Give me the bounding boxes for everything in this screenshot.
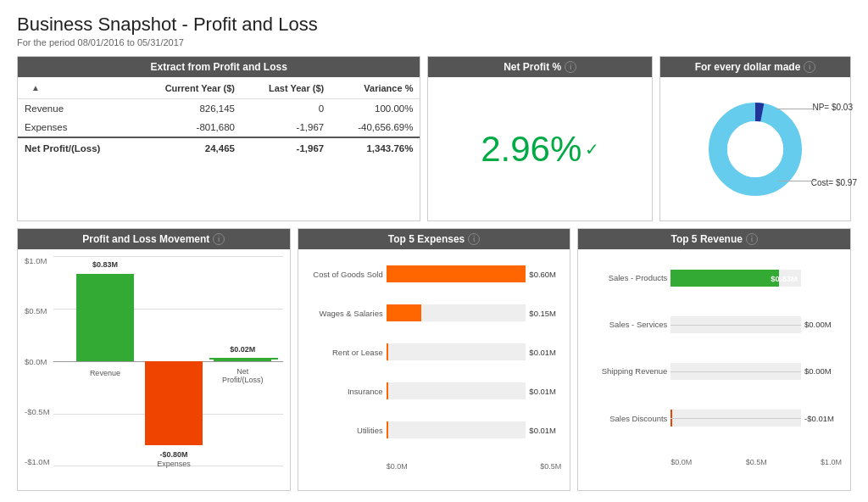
expense-value-4: $0.01M [529,387,561,396]
top5-expenses-card: Top 5 Expenses i Cost of Goods Sold $0.6… [298,228,571,491]
expense-row: Utilities $0.01M [307,421,562,438]
row-current-revenue: 826,145 [134,99,242,119]
expense-row: Cost of Goods Sold $0.60M [307,265,562,282]
net-profit-header: Net Profit % i [428,57,652,77]
expense-value-5: $0.01M [529,426,561,435]
revenue-bar-fill-1: $0.83M [670,270,779,287]
expense-bar-track-4 [387,382,526,399]
expense-row: Insurance $0.01M [307,382,562,399]
dollar-info-icon[interactable]: i [804,61,815,73]
revenue-label-1: Sales - Products [587,273,667,282]
revenue-label-3: Shipping Revenue [587,366,667,376]
page-subtitle: For the period 08/01/2016 to 05/31/2017 [17,37,851,47]
expense-bar-fill-2 [387,304,421,321]
top5-expenses-header: Top 5 Expenses i [298,229,570,249]
revenue-value-2: $0.00M [804,320,842,329]
top5-revenue-header: Top 5 Revenue i [578,229,850,249]
sort-arrow[interactable]: ▲ [25,81,47,95]
row-label-net: Net Profit/(Loss) [18,137,134,158]
revenue-row: Sales - Services $0.00M [587,316,842,333]
table-row: Expenses -801,680 -1,967 -40,656.69% [18,118,420,137]
expense-label-2: Wages & Salaries [307,309,383,318]
revenue-bar-track-2 [670,316,801,333]
pl-movement-body: $1.0M $0.5M $0.0M -$0.5M -$1.0M $0.83M [18,249,290,485]
bar-revenue: $0.83M [76,274,134,361]
expense-label-5: Utilities [307,426,383,435]
pl-movement-info-icon[interactable]: i [213,233,225,245]
table-row-net: Net Profit/(Loss) 24,465 -1,967 1,343.76… [18,137,420,158]
top5-revenue-info-icon[interactable]: i [746,233,758,245]
extract-card: Extract from Profit and Loss ▲ Current Y… [17,56,420,221]
col-current: Current Year ($) [134,77,242,99]
row-current-net: 24,465 [134,137,242,158]
y-label-0m: $0.0M [25,357,50,366]
bar-expenses: -$0.80M Expenses [145,361,203,445]
bar-revenue-label: $0.83M [92,260,118,269]
pl-bars-container: $0.83M Revenue -$0.80M Expenses $0.02M N… [53,256,283,466]
row-variance-revenue: 100.00% [331,99,420,119]
expense-row: Wages & Salaries $0.15M [307,304,562,321]
expense-bar-fill-4 [387,382,389,399]
row-variance-expenses: -40,656.69% [331,118,420,137]
revenue-chart: Sales - Products $0.83M Sales - Services… [578,249,850,485]
net-profit-body: 2.96% ✓ [428,77,652,220]
revenue-bar-track-4 [670,410,801,427]
expense-value-3: $0.01M [529,348,561,357]
expense-bar-track-3 [387,343,526,360]
revenue-row: Shipping Revenue $0.00M [587,363,842,380]
expense-label-3: Rent or Lease [307,348,383,357]
revenue-row: Sales Discounts -$0.01M [587,410,842,427]
donut-cost-label: Cost= $0.97 [811,178,857,187]
expense-x-label-0: $0.0M [387,462,408,471]
revenue-x-label-0: $0.0M [670,458,692,466]
revenue-x-label-1: $1.0M [821,458,842,466]
revenue-bar-track-3 [670,363,801,380]
expenses-chart: Cost of Goods Sold $0.60M Wages & Salari… [298,249,570,485]
expense-value-1: $0.60M [529,270,561,279]
revenue-label-2: Sales - Services [587,320,667,329]
y-label-1m: $1.0M [25,256,50,265]
expense-bar-fill-5 [387,421,389,438]
row-variance-net: 1,343.76% [331,137,420,158]
pl-movement-card: Profit and Loss Movement i $1.0M $0.5M $… [17,228,291,491]
expense-bar-fill-1 [387,265,526,282]
row-last-net: -1,967 [242,137,331,158]
extract-table: ▲ Current Year ($) Last Year ($) Varianc… [18,77,420,158]
net-profit-info-icon[interactable]: i [565,61,576,73]
revenue-value-4: -$0.01M [804,414,842,423]
donut-np-label: NP= $0.03 [812,103,853,112]
bar-net-label: $0.02M [230,345,255,354]
top5-expenses-info-icon[interactable]: i [468,233,480,245]
row-last-expenses: -1,967 [242,118,331,137]
y-label-neg1m: -$1.0M [25,457,50,466]
expense-label-1: Cost of Goods Sold [307,270,383,279]
col-variance: Variance % [331,77,420,99]
expense-row: Rent or Lease $0.01M [307,343,562,360]
row-current-expenses: -801,680 [134,118,242,137]
row-last-revenue: 0 [242,99,331,119]
donut-chart: NP= $0.03 Cost= $0.97 [704,98,806,200]
row-label-revenue: Revenue [18,99,134,119]
expense-x-axis: $0.0M $0.5M [387,462,562,471]
revenue-x-axis: $0.0M $0.5M $1.0M [670,458,842,466]
dollar-header: For every dollar made i [660,57,850,77]
table-row: Revenue 826,145 0 100.00% [18,99,420,119]
y-label-05m: $0.5M [25,306,50,315]
revenue-row: Sales - Products $0.83M [587,270,842,287]
extract-header: Extract from Profit and Loss [18,57,420,77]
revenue-label-4: Sales Discounts [587,414,667,423]
expense-label-4: Insurance [307,387,383,396]
col-last: Last Year ($) [242,77,331,99]
donut-np-line [776,109,815,109]
expense-value-2: $0.15M [529,309,561,318]
dollar-card: For every dollar made i NP= $0.03 Cost= … [659,56,851,221]
donut-cost-line [778,181,816,181]
bar-expenses-label: -$0.80M [160,450,188,459]
y-label-neg05m: -$0.5M [25,407,50,416]
expense-x-label-05: $0.5M [540,462,561,471]
revenue-bar-track-1: $0.83M [670,270,801,287]
expense-bar-track-5 [387,421,526,438]
net-profit-card: Net Profit % i 2.96% ✓ [427,56,653,221]
bar-net-line [209,358,278,360]
dollar-body: NP= $0.03 Cost= $0.97 [660,77,850,220]
